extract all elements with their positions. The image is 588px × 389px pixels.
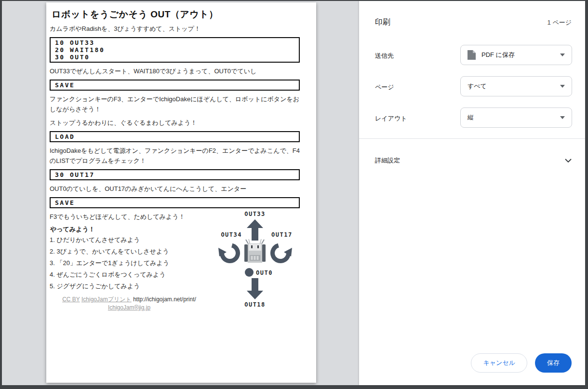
destination-label: 送信先 bbox=[375, 52, 394, 60]
doc-code-block: SAVE bbox=[50, 197, 300, 208]
print-preview-pane: ロボットをうごかそう OUT（アウト） カムラボやRadishを、3びょうすすめ… bbox=[2, 1, 359, 385]
print-url-text: http://ichigojam.net/print/ bbox=[133, 296, 196, 303]
robot-direction-diagram: OUT33 OUT34 OUT17 OUT0 OUT18 bbox=[211, 209, 313, 312]
document-credits: CC BY IchigoJamプリント http://ichigojam.net… bbox=[50, 295, 209, 312]
layout-label: レイアウト bbox=[375, 114, 407, 123]
layout-dropdown[interactable]: 縦 bbox=[460, 107, 572, 128]
out34-label: OUT34 bbox=[221, 231, 242, 238]
destination-dropdown[interactable]: PDF に保存 bbox=[460, 45, 572, 65]
stop-dot-icon bbox=[245, 268, 254, 277]
page-count: 1 ページ bbox=[548, 18, 572, 27]
out33-label: OUT33 bbox=[244, 211, 266, 217]
chevron-down-icon bbox=[560, 116, 565, 119]
doc-code-block: 10 OUT33 20 WAIT180 30 OUT0 bbox=[50, 37, 300, 63]
document-title: ロボットをうごかそう OUT（アウト） bbox=[52, 9, 300, 20]
out18-label: OUT18 bbox=[244, 301, 266, 308]
rotate-counterclockwise-icon bbox=[218, 241, 241, 265]
list-item: 3. 「20」エンターで1ぎょうけしてみよう bbox=[50, 257, 211, 269]
doc-code-block: LOAD bbox=[50, 131, 300, 142]
robot-icon bbox=[244, 238, 266, 264]
dialog-footer: キャンセル 保存 bbox=[471, 353, 572, 373]
list-item: 2. 3びょうで、かいてんをていしさせよう bbox=[50, 246, 211, 257]
print-settings-panel: 印刷 1 ページ 送信先 PDF に保存 ページ すべて レイアウト 縦 bbox=[359, 1, 585, 385]
doc-paragraph: ストップうるかわりに、ぐるぐるまわしてみよう！ bbox=[50, 118, 300, 128]
try-it-list: 1. ひだりかいてんさせてみよう 2. 3びょうで、かいてんをていしさせよう 3… bbox=[50, 234, 211, 292]
out0-label: OUT0 bbox=[256, 269, 273, 276]
document-icon bbox=[468, 50, 476, 60]
ichigojam-site-link: IchigoJam®jig.jp bbox=[108, 304, 150, 311]
layout-value: 縦 bbox=[468, 113, 474, 122]
list-item: 1. ひだりかいてんさせてみよう bbox=[50, 234, 211, 246]
chevron-down-icon bbox=[565, 159, 572, 162]
out17-label: OUT17 bbox=[271, 231, 293, 238]
list-item: 5. ジグザグにうごかしてみよう bbox=[50, 281, 211, 292]
chevron-down-icon bbox=[560, 54, 565, 56]
section-divider bbox=[359, 138, 585, 139]
pages-dropdown[interactable]: すべて bbox=[460, 76, 572, 96]
cancel-button[interactable]: キャンセル bbox=[471, 353, 527, 373]
doc-paragraph: IchigoDakeをもどして電源オン、ファンクションキーのF2、エンターでよみ… bbox=[50, 146, 300, 166]
print-dialog-window: ロボットをうごかそう OUT（アウト） カムラボやRadishを、3びょうすすめ… bbox=[2, 1, 585, 385]
doc-code-block: 30 OUT17 bbox=[50, 169, 300, 180]
ichigojam-print-link: IchigoJamプリント bbox=[81, 296, 132, 303]
doc-paragraph: カムラボやRadishを、3びょうすすめて、ストップ！ bbox=[50, 24, 300, 34]
list-item: 4. ぜんごにうごくロボをつくってみよう bbox=[50, 269, 211, 281]
rotate-clockwise-icon bbox=[269, 241, 292, 265]
chevron-down-icon bbox=[560, 85, 565, 88]
print-preview-page: ロボットをうごかそう OUT（アウト） カムラボやRadishを、3びょうすすめ… bbox=[46, 2, 316, 383]
more-settings-label: 詳細設定 bbox=[375, 156, 400, 165]
doc-code-block: SAVE bbox=[50, 80, 300, 91]
more-settings-toggle[interactable]: 詳細設定 bbox=[375, 154, 572, 167]
pages-label: ページ bbox=[375, 83, 394, 92]
destination-value: PDF に保存 bbox=[481, 51, 515, 59]
panel-header: 印刷 1 ページ bbox=[375, 17, 572, 27]
save-button[interactable]: 保存 bbox=[535, 353, 572, 373]
pages-value: すべて bbox=[468, 82, 487, 91]
cc-by-link: CC BY bbox=[62, 296, 80, 303]
doc-paragraph: OUT33でぜんしんスタート、WAIT180で3びょうまって、OUT0でていし bbox=[50, 66, 300, 76]
arrow-down-icon bbox=[247, 278, 263, 299]
doc-paragraph: ファンクションキーのF3、エンターでIchigoDakeにほぞんして、ロボットに… bbox=[50, 94, 300, 114]
dialog-title: 印刷 bbox=[375, 17, 390, 27]
doc-paragraph: OUT0のていしを、OUT17のみぎかいてんにへんこうして、エンター bbox=[50, 184, 300, 194]
